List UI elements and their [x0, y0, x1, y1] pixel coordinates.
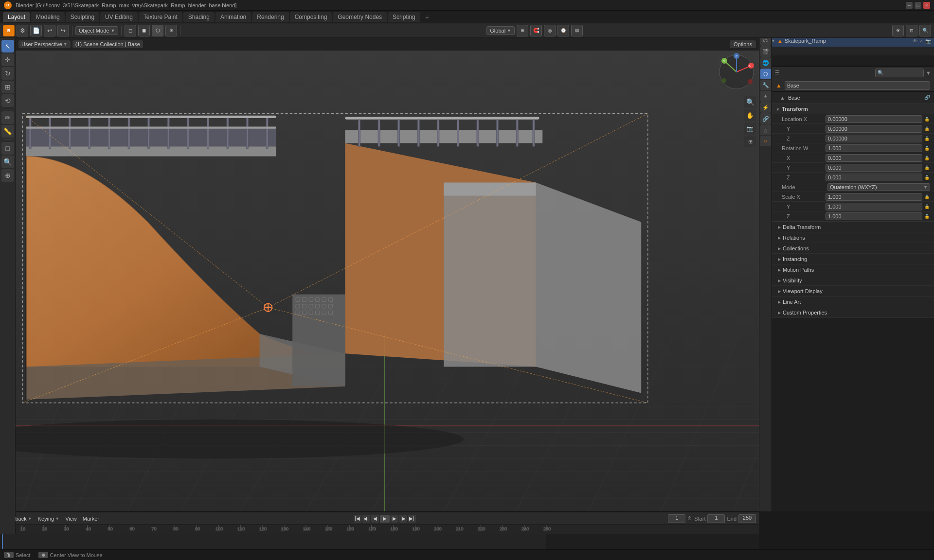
rotation-y-lock[interactable]: 🔒: [923, 164, 930, 171]
location-z-lock[interactable]: 🔒: [923, 135, 930, 142]
global-local-dropdown[interactable]: Global ▼: [486, 26, 515, 35]
particles-tab[interactable]: ✦: [760, 91, 771, 102]
search-btn[interactable]: 🔍: [919, 25, 931, 36]
rendered-btn[interactable]: ☀: [165, 25, 177, 36]
snapping-btn[interactable]: 🧲: [530, 25, 542, 36]
scale-x-field[interactable]: 1.000: [826, 193, 922, 201]
viewport-display-section[interactable]: Viewport Display: [772, 286, 934, 297]
viewport-perspective-btn[interactable]: User Perspective ▼: [18, 40, 71, 48]
toolbar-icon-2[interactable]: 📄: [30, 25, 42, 36]
toolbar-icon-1[interactable]: ⚙: [17, 25, 28, 36]
scale-x-lock[interactable]: 🔒: [923, 193, 930, 200]
view-menu[interactable]: View: [63, 515, 79, 523]
add-cube-tool[interactable]: □: [1, 142, 14, 155]
start-frame-input[interactable]: 1: [707, 514, 725, 523]
close-button[interactable]: ✕: [923, 2, 930, 9]
custom-properties-section[interactable]: Custom Properties: [772, 307, 934, 318]
delta-transform-section[interactable]: Delta Transform: [772, 222, 934, 232]
keying-menu[interactable]: Keying ▼: [36, 515, 62, 523]
rotate-tool[interactable]: ↻: [1, 67, 14, 80]
overlay-btn[interactable]: 👁: [892, 25, 904, 36]
location-x-field[interactable]: 0.00000: [826, 115, 922, 123]
visibility-section[interactable]: Visibility: [772, 275, 934, 286]
props-filter-icon[interactable]: ▼: [926, 70, 931, 76]
scale-z-field[interactable]: 1.000: [826, 212, 922, 220]
location-z-field[interactable]: 0.00000: [826, 135, 922, 142]
scale-z-lock[interactable]: 🔒: [923, 213, 930, 220]
wireframe-btn[interactable]: ◻: [125, 25, 136, 36]
data-tab[interactable]: △: [760, 124, 771, 135]
props-search[interactable]: 🔍: [875, 69, 924, 77]
location-y-field[interactable]: 0.00000: [826, 125, 922, 133]
transform-header[interactable]: Transform: [772, 104, 934, 114]
camera-icon[interactable]: 📷: [744, 122, 756, 134]
grid-icon[interactable]: ⊞: [744, 136, 756, 147]
prev-keyframe-btn[interactable]: ◀|: [362, 515, 370, 523]
play-btn[interactable]: ▶: [380, 515, 390, 523]
rotation-z-lock[interactable]: 🔒: [923, 174, 930, 181]
tab-layout[interactable]: Layout: [3, 12, 30, 22]
rotation-w-lock[interactable]: 🔒: [923, 145, 930, 152]
line-art-section[interactable]: Line Art: [772, 297, 934, 307]
window-controls[interactable]: ─ □ ✕: [906, 2, 930, 9]
maximize-button[interactable]: □: [915, 2, 921, 9]
ramp-select-icon[interactable]: ✓: [919, 38, 923, 44]
3d-viewport[interactable]: User Perspective ▼ (1) Scene Collection …: [16, 38, 759, 511]
xray-btn[interactable]: ⊡: [906, 25, 917, 36]
tab-modeling[interactable]: Modeling: [31, 12, 65, 22]
step-fwd-btn[interactable]: ▶: [391, 515, 398, 523]
current-frame-input[interactable]: 1: [668, 514, 685, 523]
relations-section[interactable]: Relations: [772, 232, 934, 243]
props-nav-icon[interactable]: ☰: [775, 70, 780, 76]
extra-tool-1[interactable]: 🔍: [1, 156, 14, 168]
transform-tool[interactable]: ⟲: [1, 94, 14, 107]
tab-geometry-nodes[interactable]: Geometry Nodes: [333, 12, 387, 22]
next-keyframe-btn[interactable]: |▶: [399, 515, 407, 523]
solid-btn[interactable]: ◼: [138, 25, 150, 36]
cursor-tool[interactable]: ↖: [1, 40, 14, 52]
modifier-props-tab[interactable]: 🔧: [760, 80, 771, 90]
tab-texture-paint[interactable]: Texture Paint: [139, 12, 182, 22]
location-x-lock[interactable]: 🔒: [923, 116, 930, 122]
toolbar-icon-4[interactable]: ↪: [57, 25, 69, 36]
tab-sculpting[interactable]: Sculpting: [66, 12, 99, 22]
jump-start-btn[interactable]: |◀: [354, 515, 361, 523]
toolbar-icon-3[interactable]: ↩: [44, 25, 55, 36]
ramp-render-icon[interactable]: 📷: [925, 38, 931, 44]
material-preview-btn[interactable]: ⬡: [152, 25, 163, 36]
rotation-z-field[interactable]: 0.000: [826, 174, 922, 181]
rotation-x-lock[interactable]: 🔒: [923, 155, 930, 161]
ramp-eye-icon[interactable]: 👁: [913, 38, 917, 44]
tab-rendering[interactable]: Rendering: [252, 12, 288, 22]
constraints-tab[interactable]: 🔗: [760, 113, 771, 124]
object-props-tab[interactable]: ⬡: [760, 69, 771, 79]
marker-menu[interactable]: Marker: [81, 515, 101, 523]
sub-link-icon[interactable]: 🔗: [924, 95, 930, 100]
timeline-ruler[interactable]: 1 10 20 30 40 50 60 70 80 90 100 110 120…: [0, 525, 759, 550]
annotate-tool[interactable]: ✏: [1, 111, 14, 124]
location-y-lock[interactable]: 🔒: [923, 125, 930, 132]
minimize-button[interactable]: ─: [906, 2, 913, 9]
measure-tool[interactable]: 📏: [1, 125, 14, 138]
rotation-w-field[interactable]: 1.000: [826, 144, 922, 152]
tab-uv-editing[interactable]: UV Editing: [100, 12, 138, 22]
toolbar-center-2[interactable]: ⊠: [571, 25, 583, 36]
world-props-tab[interactable]: 🌐: [760, 67, 771, 68]
physics-tab[interactable]: ⚡: [760, 102, 771, 113]
zoom-in-icon[interactable]: 🔍: [744, 96, 756, 108]
scale-y-field[interactable]: 1.000: [826, 203, 922, 210]
toolbar-center-1[interactable]: ⌚: [557, 25, 569, 36]
blender-icon-btn[interactable]: B: [3, 25, 15, 36]
rotation-x-field[interactable]: 0.000: [826, 154, 922, 162]
jump-end-btn[interactable]: ▶|: [408, 515, 416, 523]
collections-section[interactable]: Collections: [772, 243, 934, 254]
rotation-mode-dropdown[interactable]: Quaternion (WXYZ) ▼: [827, 183, 930, 191]
tab-scripting[interactable]: Scripting: [388, 12, 420, 22]
move-tool[interactable]: ✛: [1, 53, 14, 66]
hand-icon[interactable]: ✋: [744, 109, 756, 121]
material-tab[interactable]: ○: [760, 136, 771, 146]
tab-animation[interactable]: Animation: [216, 12, 251, 22]
viewport-orientation-gizmo[interactable]: X Y Z: [717, 52, 756, 91]
end-frame-input[interactable]: 250: [738, 514, 756, 523]
add-workspace-button[interactable]: +: [421, 12, 433, 22]
